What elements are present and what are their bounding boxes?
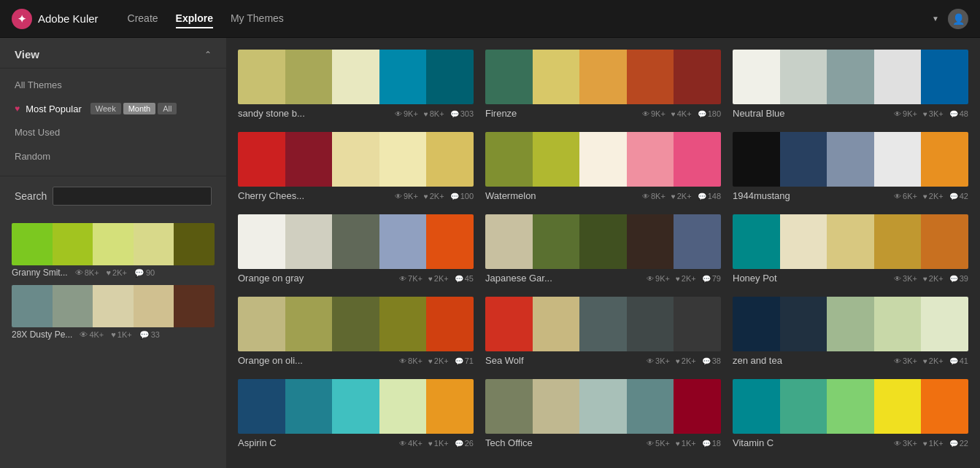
palette-name: Watermelon [485, 190, 636, 201]
sidebar-palette-granny: Granny Smit... 👁 8K+ ♥ 2K+ 💬 90 [0, 223, 226, 282]
content-grid: sandy stone b... 9K+ 8K+ 303 Firenze 9K+… [226, 38, 980, 468]
granny-name: Granny Smit... [12, 268, 68, 278]
main: View ⌃ All Themes ♥ Most Popular Week Mo… [0, 38, 980, 468]
palette-info: zen and tea 3K+ 2K+ 41 [733, 351, 968, 367]
filter-month[interactable]: Month [123, 103, 156, 114]
all-themes-label: All Themes [15, 79, 62, 90]
palette-name: Orange on oli... [238, 355, 393, 366]
palette-views: 9K+ [647, 274, 670, 283]
palette-card: Cherry Chees... 9K+ 2K+ 100 [238, 132, 474, 203]
palette-comments: 26 [455, 439, 474, 448]
palette-swatches[interactable] [238, 379, 474, 434]
palette-swatches[interactable] [733, 379, 968, 434]
palette-card: sandy stone b... 9K+ 8K+ 303 [238, 50, 474, 120]
palette-info: Firenze 9K+ 4K+ 180 [485, 104, 721, 120]
filter-buttons: Week Month All [90, 103, 177, 114]
palette-likes: 3K+ [923, 109, 944, 118]
palette-swatches[interactable] [238, 297, 474, 351]
dusty-name: 28X Dusty Pe... [12, 329, 72, 340]
palette-card: Japanese Gar... 9K+ 2K+ 79 [485, 214, 721, 285]
view-title: View [15, 48, 39, 61]
palette-swatches[interactable] [485, 50, 721, 104]
nav-create[interactable]: Create [128, 9, 158, 28]
palette-name: Aspirin C [238, 437, 393, 448]
dusty-swatches[interactable] [12, 285, 215, 327]
header-right: ▼ 👤 [932, 9, 968, 29]
palette-info: Orange on oli... 8K+ 2K+ 71 [238, 351, 474, 367]
palette-likes: 2K+ [923, 274, 944, 283]
palette-info: Sea Wolf 3K+ 2K+ 38 [485, 351, 721, 367]
palette-card: Tech Office 5K+ 1K+ 18 [485, 379, 721, 450]
filter-all[interactable]: All [158, 103, 177, 114]
palette-likes: 1K+ [923, 439, 944, 448]
palette-swatches[interactable] [238, 132, 474, 187]
palette-name: Firenze [485, 108, 636, 119]
nav-my-themes[interactable]: My Themes [231, 9, 284, 28]
palette-likes: 1K+ [676, 439, 696, 448]
sidebar-item-most-used[interactable]: Most Used [0, 120, 226, 144]
granny-swatches[interactable] [12, 223, 215, 265]
sidebar-item-all-themes[interactable]: All Themes [0, 73, 226, 97]
palette-swatches[interactable] [238, 50, 474, 104]
palette-comments: 42 [949, 192, 968, 200]
palette-likes: 8K+ [424, 109, 444, 118]
palette-likes: 2K+ [424, 192, 444, 200]
dropdown-arrow-icon[interactable]: ▼ [932, 15, 939, 23]
sidebar-palette-dusty: 28X Dusty Pe... 👁 4K+ ♥ 1K+ 💬 33 [0, 285, 226, 344]
palette-swatches[interactable] [485, 214, 721, 269]
sidebar-item-most-popular[interactable]: ♥ Most Popular Week Month All [0, 97, 226, 120]
most-popular-label: Most Popular [26, 104, 82, 114]
sidebar-item-random[interactable]: Random [0, 144, 226, 168]
palette-views: 5K+ [647, 439, 670, 448]
sidebar: View ⌃ All Themes ♥ Most Popular Week Mo… [0, 38, 226, 468]
palette-comments: 303 [450, 109, 474, 118]
palette-swatches[interactable] [238, 214, 474, 269]
palette-swatches[interactable] [485, 132, 721, 187]
palette-swatches[interactable] [733, 214, 968, 269]
palette-views: 3K+ [894, 439, 917, 448]
palette-likes: 2K+ [428, 274, 449, 283]
palette-comments: 180 [698, 109, 721, 118]
palette-card: Firenze 9K+ 4K+ 180 [485, 50, 721, 120]
palette-info: Aspirin C 4K+ 1K+ 26 [238, 434, 474, 450]
palette-name: zen and tea [733, 355, 888, 366]
palette-name: Honey Pot [733, 273, 888, 284]
palette-card: Orange on oli... 8K+ 2K+ 71 [238, 297, 474, 367]
palette-name: Orange on gray [238, 273, 393, 284]
palette-info: Tech Office 5K+ 1K+ 18 [485, 434, 721, 450]
palette-card: Aspirin C 4K+ 1K+ 26 [238, 379, 474, 450]
palette-name: sandy stone b... [238, 108, 389, 119]
palette-swatches[interactable] [485, 297, 721, 351]
palette-swatches[interactable] [733, 297, 968, 351]
search-area: Search [0, 176, 226, 216]
granny-comments: 💬 90 [134, 268, 155, 278]
palette-comments: 18 [702, 439, 721, 448]
palette-name: Neutral Blue [733, 108, 888, 119]
palette-views: 8K+ [642, 192, 665, 200]
palette-swatches[interactable] [733, 132, 968, 187]
palette-comments: 39 [949, 274, 968, 283]
palette-comments: 45 [455, 274, 474, 283]
collapse-icon[interactable]: ⌃ [204, 50, 212, 60]
palette-comments: 148 [698, 192, 721, 200]
palette-likes: 2K+ [676, 274, 696, 283]
user-avatar[interactable]: 👤 [948, 9, 968, 29]
nav-explore[interactable]: Explore [176, 9, 213, 28]
palette-swatches[interactable] [485, 379, 721, 434]
search-input[interactable] [53, 187, 212, 206]
palette-swatches[interactable] [733, 50, 968, 104]
heart-icon: ♥ [15, 104, 20, 114]
palette-views: 3K+ [647, 356, 670, 365]
filter-week[interactable]: Week [90, 103, 121, 114]
sidebar-filters: All Themes ♥ Most Popular Week Month All… [0, 69, 226, 173]
palette-name: Vitamin C [733, 437, 888, 448]
granny-likes: ♥ 2K+ [107, 268, 127, 277]
palette-comments: 38 [702, 356, 721, 365]
palette-views: 9K+ [395, 192, 418, 200]
palette-comments: 100 [450, 192, 474, 200]
palette-views: 8K+ [399, 356, 423, 365]
palette-likes: 1K+ [428, 439, 449, 448]
granny-views: 👁 8K+ [75, 268, 99, 277]
palette-info: Honey Pot 3K+ 2K+ 39 [733, 269, 968, 285]
sidebar-previews: Granny Smit... 👁 8K+ ♥ 2K+ 💬 90 28X Dust… [0, 216, 226, 468]
